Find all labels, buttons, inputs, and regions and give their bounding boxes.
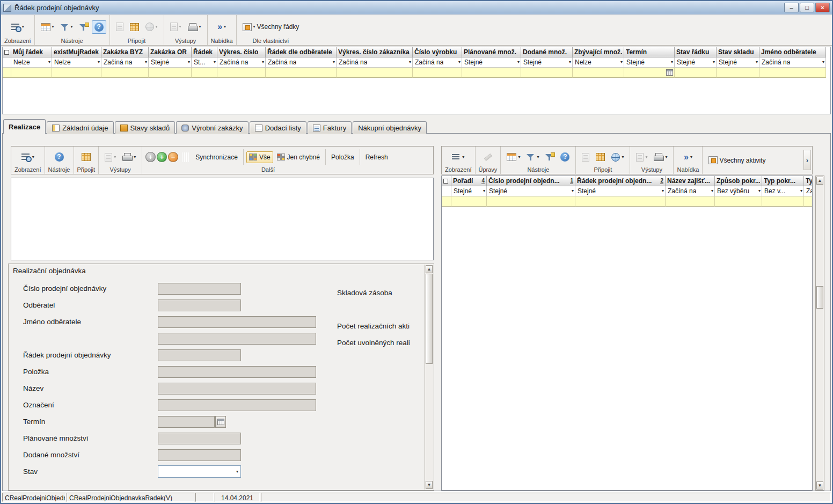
maximize-button[interactable]: □ <box>800 3 814 12</box>
column-header[interactable]: Řádek <box>192 47 217 57</box>
scroll-down-icon[interactable]: ▼ <box>426 481 433 489</box>
filter-value-cell[interactable] <box>52 68 101 78</box>
date-picker-button[interactable] <box>215 416 226 428</box>
filter-operator-dropdown[interactable]: Stejné▾ <box>149 57 192 68</box>
column-header[interactable]: Řádek prodejní objedn...2 <box>575 176 666 186</box>
column-header[interactable]: Číslo výrobku <box>413 47 462 57</box>
column-header[interactable]: Ty <box>804 176 812 186</box>
column-header[interactable]: existMujRadek <box>52 47 101 57</box>
filter-value-cell[interactable] <box>624 68 675 78</box>
filter-operator-dropdown[interactable]: St...▾ <box>192 57 217 68</box>
filter-operator-dropdown[interactable]: Nelze▾ <box>52 57 101 68</box>
filter-operator-dropdown[interactable]: Bez v...▾ <box>762 186 804 196</box>
filter-operator-dropdown[interactable]: Nelze▾ <box>11 57 52 68</box>
column-header[interactable]: Stav řádku <box>675 47 717 57</box>
column-header[interactable]: Můj řádek <box>11 47 52 57</box>
tab-2[interactable]: Stavy skladů <box>115 121 176 134</box>
scrollbar-thumb[interactable] <box>816 286 823 309</box>
column-header[interactable]: Jméno odběratele <box>759 47 826 57</box>
tab-0[interactable]: Realizace <box>3 119 46 134</box>
filter-operator-dropdown[interactable]: Stejné▾ <box>462 57 521 68</box>
filter-value-cell[interactable] <box>521 68 573 78</box>
filter-operator-dropdown[interactable]: Začíná na▾ <box>337 57 413 68</box>
print-button[interactable]: ▾ <box>651 151 670 163</box>
filter-value-cell[interactable] <box>717 68 759 78</box>
print-button[interactable]: ▾ <box>185 21 204 33</box>
filter-highlight-button[interactable] <box>543 151 557 163</box>
refresh-button[interactable]: Refresh <box>363 151 391 163</box>
filter-value-cell[interactable] <box>759 68 826 78</box>
print-button[interactable]: ▾ <box>120 151 138 163</box>
column-header[interactable]: Zakázka OR <box>149 47 192 57</box>
filter-operator-dropdown[interactable]: Stejné▾ <box>624 57 675 68</box>
filter-operator-dropdown[interactable]: Stejné▾ <box>487 186 575 196</box>
groupbox-scrollbar[interactable]: ▲ ▼ <box>425 265 433 490</box>
scrollbar-thumb[interactable] <box>426 274 433 364</box>
tab-4[interactable]: Dodací listy <box>250 121 306 134</box>
menu-button[interactable]: »▾ <box>215 21 229 33</box>
column-header[interactable]: Číslo prodejní objedn...1 <box>487 176 575 186</box>
filter-value-cell[interactable] <box>573 68 624 78</box>
filter-operator-dropdown[interactable]: Stejné▾ <box>451 186 487 196</box>
filter-operator-dropdown[interactable]: Stejné▾ <box>521 57 573 68</box>
filter-operator-dropdown[interactable]: Stejné▾ <box>575 186 666 196</box>
zobrazeni-button[interactable]: ▾ <box>19 151 37 163</box>
filter-value-cell[interactable] <box>192 68 217 78</box>
filter-value-cell[interactable] <box>715 196 762 207</box>
column-header[interactable]: Stav skladu <box>717 47 759 57</box>
scroll-up-icon[interactable]: ▲ <box>426 265 433 273</box>
filter-value-cell[interactable] <box>11 68 52 78</box>
filter-value-cell[interactable] <box>451 196 487 207</box>
filter-value-cell[interactable] <box>762 196 804 207</box>
column-header[interactable]: Typ pokr... <box>762 176 804 186</box>
column-header[interactable]: Výkres. číslo <box>217 47 266 57</box>
select-all-header-cell[interactable] <box>3 47 11 57</box>
column-header[interactable]: Zbývající množ. <box>573 47 624 57</box>
column-header[interactable]: Výkres. číslo zákazníka <box>337 47 413 57</box>
close-button[interactable]: × <box>815 3 830 12</box>
stav-combobox[interactable]: ▾ <box>158 465 241 478</box>
right-panel-scrollbar[interactable]: ▲ ▼ <box>815 176 824 491</box>
filter-value-cell[interactable] <box>337 68 413 78</box>
connect-grid-button[interactable] <box>593 151 608 163</box>
filter-operator-dropdown[interactable]: Začíná na▾ <box>266 57 337 68</box>
filter-value-cell[interactable] <box>266 68 337 78</box>
filter-button[interactable]: ▾ <box>58 21 76 33</box>
filter-highlight-button[interactable] <box>77 21 91 33</box>
zobrazeni-button[interactable]: ▾ <box>449 151 467 163</box>
all-rows-button[interactable]: ▾ Všechny řádky <box>240 21 302 33</box>
filter-operator-dropdown[interactable]: Nelze▾ <box>573 57 624 68</box>
zobrazeni-button[interactable]: ▾ <box>9 21 27 33</box>
filter-value-cell[interactable] <box>666 196 715 207</box>
scroll-down-icon[interactable]: ▼ <box>816 481 823 490</box>
filter-value-cell[interactable] <box>413 68 462 78</box>
filter-value-cell[interactable] <box>804 196 812 207</box>
filter-value-cell[interactable] <box>487 196 575 207</box>
add-row-button[interactable]: + <box>157 152 167 162</box>
table-settings-button[interactable]: ▾ <box>504 151 523 163</box>
remove-row-button[interactable]: − <box>168 152 178 162</box>
tab-3[interactable]: Výrobní zakázky <box>176 121 248 134</box>
filter-operator-dropdown[interactable]: Začíná na▾ <box>101 57 149 68</box>
filter-operator-dropdown[interactable]: Stejné▾ <box>675 57 717 68</box>
column-header[interactable]: Název zajišť... <box>666 176 715 186</box>
filter-button[interactable]: ▾ <box>524 151 542 163</box>
help-button[interactable]: ? <box>52 150 67 164</box>
menu-button[interactable]: »▾ <box>681 151 695 163</box>
column-header[interactable]: Dodané množ. <box>521 47 573 57</box>
filter-value-cell[interactable] <box>149 68 192 78</box>
all-activities-button[interactable]: Všechny aktivity <box>706 154 768 166</box>
connect-web-button[interactable]: ▾ <box>609 151 626 164</box>
filter-value-cell[interactable] <box>101 68 149 78</box>
connect-grid-button[interactable] <box>79 151 93 163</box>
minimize-button[interactable]: – <box>784 3 799 12</box>
filter-operator-dropdown[interactable]: Začíná na▾ <box>666 186 715 196</box>
vse-button[interactable]: Vše <box>246 151 273 163</box>
connect-grid-button[interactable] <box>127 21 142 33</box>
filter-value-cell[interactable] <box>575 196 666 207</box>
column-header[interactable]: Pořadí4 <box>451 176 487 186</box>
column-header[interactable]: Způsob pokr... <box>715 176 762 186</box>
help-button[interactable]: ? <box>92 20 106 34</box>
filter-value-cell[interactable] <box>462 68 521 78</box>
column-header[interactable]: Řádek dle odběratele <box>266 47 337 57</box>
